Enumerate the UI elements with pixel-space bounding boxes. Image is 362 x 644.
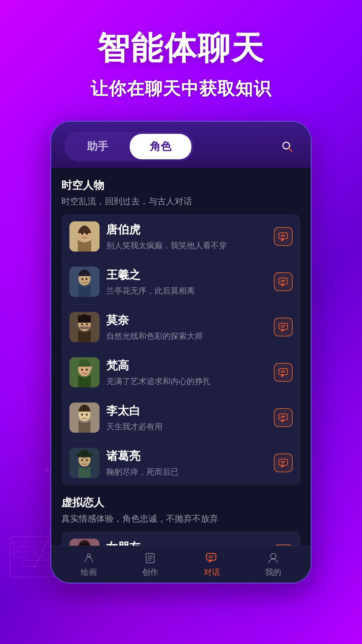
avatar-art-zhugeliang	[69, 448, 100, 478]
svg-point-17	[86, 232, 88, 235]
search-button[interactable]	[277, 137, 297, 157]
character-item-zhugeliang[interactable]: 诸葛亮 鞠躬尽瘁，死而后已	[61, 440, 301, 485]
character-desc-litaibai: 天生我才必有用	[106, 421, 267, 432]
chat-button-wangxizhi[interactable]	[274, 272, 293, 291]
nav-item-create[interactable]: 创作	[132, 548, 168, 581]
side-button-right	[311, 189, 312, 229]
nav-item-chat[interactable]: 对话	[194, 548, 230, 581]
svg-rect-18	[279, 233, 288, 239]
character-info-tangbohu: 唐伯虎 别人笑我太疯癫，我笑他人看不穿	[106, 222, 267, 251]
svg-point-55	[81, 459, 83, 461]
avatar-fangao	[69, 357, 100, 387]
avatar-wangxizhi	[69, 267, 100, 297]
character-name-wangxizhi: 王羲之	[106, 267, 267, 283]
nav-item-drawing[interactable]: 绘画	[71, 548, 107, 581]
page-subtitle: 让你在聊天中获取知识	[90, 77, 272, 101]
svg-point-47	[86, 414, 88, 416]
character-name-girlfriend: 女朋友	[106, 539, 267, 546]
character-desc-monai: 自然光线和色彩的探索大师	[106, 331, 267, 341]
profile-icon	[266, 551, 280, 565]
avatar-girlfriend	[69, 539, 100, 546]
chat-button-zhugeliang[interactable]	[274, 453, 293, 472]
character-item-girlfriend[interactable]: 女朋友 你的贴心女朋友	[61, 531, 301, 546]
chat-button-monai[interactable]	[274, 318, 293, 336]
section-title-historical: 时空人物	[61, 178, 301, 193]
avatar-art-litaibai	[69, 402, 100, 433]
phone-header: 助手 角色	[51, 122, 311, 168]
virtual-lover-list: 女朋友 你的贴心女朋友	[61, 531, 301, 546]
character-item-tangbohu[interactable]: 唐伯虎 别人笑我太疯癫，我笑他人看不穿	[61, 214, 301, 259]
tab-assistant[interactable]: 助手	[67, 134, 128, 159]
chat-icon-wangxizhi	[278, 277, 288, 287]
chat-icon-monai	[278, 322, 288, 332]
nav-label-profile: 我的	[265, 567, 281, 578]
section-desc-virtual-lover: 真实情感体验，角色忠诚，不抛弃不放弃	[61, 513, 301, 525]
svg-point-84	[270, 553, 276, 559]
section-title-virtual-lover: 虚拟恋人	[61, 495, 301, 510]
chat-button-fangao[interactable]	[274, 363, 293, 382]
chat-icon-fangao	[278, 367, 288, 377]
character-info-litaibai: 李太白 天生我才必有用	[106, 403, 267, 432]
svg-rect-57	[279, 459, 288, 465]
character-desc-wangxizhi: 兰亭花无序，此后莫相离	[106, 285, 267, 296]
scroll-area: 时空人物 时空乱流，回到过去，与古人对话	[51, 168, 311, 546]
svg-point-23	[82, 278, 83, 280]
svg-line-13	[289, 148, 292, 151]
character-name-fangao: 梵高	[106, 358, 267, 373]
avatar-art-tangbohu	[69, 221, 100, 252]
nav-label-drawing: 绘画	[81, 567, 97, 578]
avatar-monai	[69, 312, 100, 342]
svg-point-46	[81, 414, 83, 416]
svg-rect-34	[279, 323, 288, 329]
chat-icon-zhugeliang	[278, 458, 288, 468]
svg-rect-25	[279, 278, 288, 284]
main-content: 智能体聊天 让你在聊天中获取知识 助手 角色	[0, 0, 362, 644]
svg-point-56	[86, 459, 88, 461]
phone-content: 时空人物 时空乱流，回到过去，与古人对话	[51, 168, 311, 583]
svg-rect-81	[206, 553, 216, 560]
svg-point-40	[86, 369, 88, 371]
avatar-art-wangxizhi	[69, 267, 100, 297]
character-info-zhugeliang: 诸葛亮 鞠躬尽瘁，死而后已	[106, 448, 267, 477]
character-info-fangao: 梵高 充满了艺术追求和内心的挣扎	[106, 358, 267, 387]
character-info-monai: 莫奈 自然光线和色彩的探索大师	[106, 313, 267, 341]
drawing-icon	[82, 551, 96, 565]
character-desc-zhugeliang: 鞠躬尽瘁，死而后已	[106, 467, 267, 477]
character-item-fangao[interactable]: 梵高 充满了艺术追求和内心的挣扎	[61, 350, 301, 395]
character-name-litaibai: 李太白	[106, 403, 267, 419]
character-name-monai: 莫奈	[106, 313, 267, 328]
avatar-art-girlfriend	[69, 539, 100, 546]
chat-button-tangbohu[interactable]	[274, 227, 293, 246]
svg-rect-41	[279, 369, 288, 375]
character-item-monai[interactable]: 莫奈 自然光线和色彩的探索大师	[61, 305, 301, 350]
character-desc-fangao: 充满了艺术追求和内心的挣扎	[106, 376, 267, 387]
avatar-zhugeliang	[69, 448, 100, 478]
phone-mockup: 助手 角色 时空人物 时空乱流，回到过去，与古人对话	[50, 121, 312, 584]
avatar-litaibai	[69, 402, 100, 433]
nav-label-create: 创作	[142, 567, 158, 578]
character-item-wangxizhi[interactable]: 王羲之 兰亭花无序，此后莫相离	[61, 259, 301, 305]
svg-rect-50	[279, 414, 288, 420]
chat-icon-tangbohu	[278, 231, 288, 241]
svg-point-39	[81, 369, 83, 371]
chat-icon-litaibai	[278, 413, 288, 423]
bottom-navigation: 绘画 创作	[51, 546, 311, 583]
character-desc-tangbohu: 别人笑我太疯癫，我笑他人看不穿	[106, 240, 267, 251]
nav-label-chat: 对话	[204, 567, 220, 578]
svg-point-24	[86, 278, 87, 280]
character-name-tangbohu: 唐伯虎	[106, 222, 267, 237]
svg-point-16	[81, 232, 83, 235]
character-info-wangxizhi: 王羲之 兰亭花无序，此后莫相离	[106, 267, 267, 296]
character-item-litaibai[interactable]: 李太白 天生我才必有用	[61, 395, 301, 440]
character-name-zhugeliang: 诸葛亮	[106, 448, 267, 464]
chat-nav-icon	[205, 551, 219, 565]
nav-item-profile[interactable]: 我的	[255, 548, 291, 581]
character-info-girlfriend: 女朋友 你的贴心女朋友	[106, 539, 267, 546]
tab-character[interactable]: 角色	[130, 134, 191, 159]
search-icon	[281, 140, 294, 153]
tab-container: 助手 角色	[65, 132, 193, 161]
avatar-art-monai	[69, 312, 100, 342]
create-icon	[143, 551, 157, 565]
chat-button-litaibai[interactable]	[274, 408, 293, 427]
avatar-tangbohu	[69, 221, 100, 252]
